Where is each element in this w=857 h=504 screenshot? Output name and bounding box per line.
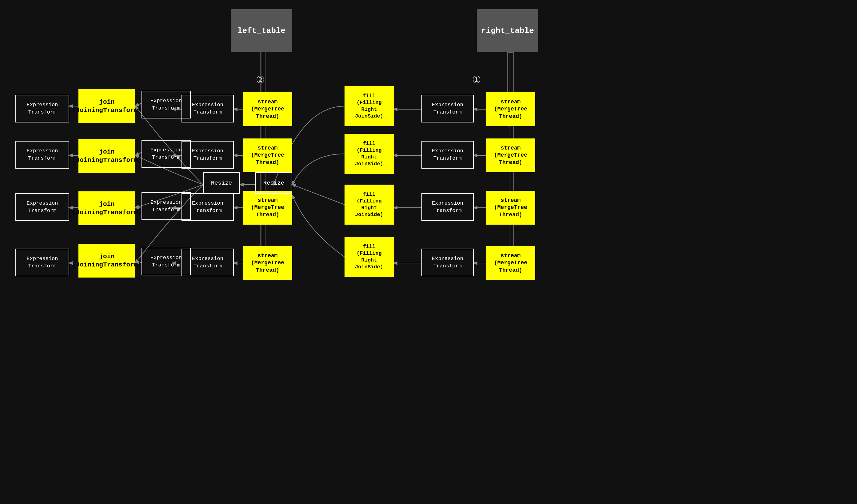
svg-line-29: [292, 185, 345, 205]
join-3: join (JoiningTransform): [79, 191, 135, 225]
circle-label-2: ②: [256, 74, 265, 86]
join-2: join (JoiningTransform): [79, 139, 135, 173]
left-table-label: left_table: [237, 26, 285, 35]
right-table-label: right_table: [481, 26, 534, 35]
fill-2: fill (Filling Right JoinSide): [345, 134, 394, 174]
circle-label-1: ①: [472, 74, 481, 86]
expr-right-2: Expression Transform: [421, 141, 474, 169]
expr-mid-3: Expression Transform: [141, 192, 191, 220]
stream-right-1: stream (MergeTree Thread): [486, 92, 535, 126]
resize-right: Resize: [255, 172, 292, 194]
expr-out-2: Expression Transform: [15, 141, 69, 169]
fill-4: fill (Filling Right JoinSide): [345, 237, 394, 277]
resize-left: Resize: [203, 172, 240, 194]
expr-out-4: Expression Transform: [15, 249, 69, 276]
stream-right-3: stream (MergeTree Thread): [486, 191, 535, 224]
stream-right-4: stream (MergeTree Thread): [486, 246, 535, 280]
expr-mid-1: Expression Transform: [141, 91, 191, 118]
left-table-node: left_table: [231, 9, 292, 52]
stream-left-3: stream (MergeTree Thread): [243, 191, 292, 224]
stream-left-4: stream (MergeTree Thread): [243, 246, 292, 280]
fill-3: fill (Filling Right JoinSide): [345, 185, 394, 224]
stream-left-2: stream (MergeTree Thread): [243, 138, 292, 172]
fill-1: fill (Filling Right JoinSide): [345, 86, 394, 126]
expr-out-3: Expression Transform: [15, 193, 69, 221]
join-4: join (JoiningTransform): [79, 244, 135, 278]
join-1: join (JoiningTransform): [79, 89, 135, 123]
stream-left-1: stream (MergeTree Thread): [243, 92, 292, 126]
expr-mid-2: Expression Transform: [141, 140, 191, 168]
right-table-node: right_table: [477, 9, 538, 52]
expr-mid-4: Expression Transform: [141, 248, 191, 275]
stream-right-2: stream (MergeTree Thread): [486, 138, 535, 172]
expr-out-1: Expression Transform: [15, 95, 69, 122]
expr-right-1: Expression Transform: [421, 95, 474, 122]
expr-right-4: Expression Transform: [421, 249, 474, 276]
expr-right-3: Expression Transform: [421, 193, 474, 221]
